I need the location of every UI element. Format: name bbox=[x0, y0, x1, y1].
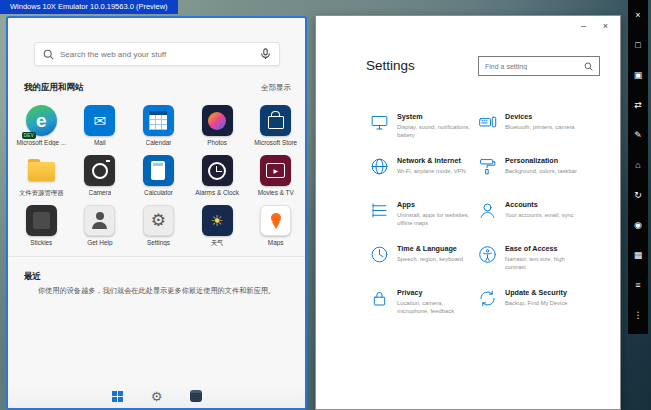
grid-icon[interactable]: ▦ bbox=[634, 240, 643, 270]
record-icon[interactable]: ◉ bbox=[634, 210, 642, 240]
rotate-icon[interactable]: ↻ bbox=[634, 180, 642, 210]
taskbar-files-icon[interactable] bbox=[189, 390, 202, 403]
category-label: Apps bbox=[397, 200, 473, 209]
apps-icon bbox=[370, 201, 389, 220]
recent-empty-text: 你使用的设备越多，我们就会在此处显示更多你最近使用的文件和新应用。 bbox=[20, 286, 293, 296]
category-desc: Backup, Find My Device bbox=[505, 299, 568, 307]
page-title: Settings bbox=[366, 58, 415, 73]
category-personalization[interactable]: Personalization Background, colors, task… bbox=[478, 156, 586, 200]
category-system[interactable]: System Display, sound, notifications, ba… bbox=[370, 112, 478, 156]
app-alarms-clock[interactable]: Alarms & Clock bbox=[188, 152, 247, 202]
snapshot-icon[interactable]: ▣ bbox=[634, 60, 643, 90]
category-accounts[interactable]: Accounts Your accounts, email, sync bbox=[478, 200, 586, 244]
desktop-wallpaper: Windows 10X Emulator 10.0.19563.0 (Previ… bbox=[0, 0, 651, 410]
apps-section-title: 我的应用和网站 bbox=[24, 82, 84, 94]
category-devices[interactable]: Devices Bluetooth, printers, camera bbox=[478, 112, 586, 156]
accounts-icon bbox=[478, 201, 497, 220]
calendar-icon bbox=[143, 105, 174, 136]
launcher-search-bar[interactable] bbox=[34, 42, 280, 66]
app-label: 天气 bbox=[211, 239, 224, 248]
personalization-icon bbox=[478, 157, 497, 176]
category-time-language[interactable]: Time & Language Speech, region, keyboard bbox=[370, 244, 478, 288]
recent-section-title: 最近 bbox=[24, 271, 41, 281]
pen-icon[interactable]: ✎ bbox=[634, 120, 642, 150]
category-label: Time & Language bbox=[397, 244, 463, 253]
category-apps[interactable]: Apps Uninstall, apps for websites, offli… bbox=[370, 200, 478, 244]
category-label: System bbox=[397, 112, 473, 121]
microphone-icon[interactable] bbox=[260, 48, 271, 60]
category-desc: Background, colors, taskbar bbox=[505, 167, 577, 175]
weather-icon bbox=[202, 205, 233, 236]
category-desc: Narrator, text size, high contrast bbox=[505, 255, 581, 272]
folder-icon bbox=[26, 155, 57, 186]
taskbar-settings-icon[interactable] bbox=[150, 390, 163, 403]
category-label: Privacy bbox=[397, 288, 473, 297]
emulator-title-bar: Windows 10X Emulator 10.0.19563.0 (Previ… bbox=[0, 0, 178, 14]
app-calculator[interactable]: Calculator bbox=[129, 152, 188, 202]
launcher-panel: 我的应用和网站 全部显示 DEV Microsoft Edge ... Mail… bbox=[6, 16, 307, 410]
app-photos[interactable]: Photos bbox=[188, 102, 247, 152]
app-get-help[interactable]: Get Help bbox=[71, 202, 130, 252]
category-desc: Your accounts, email, sync bbox=[505, 211, 574, 219]
app-camera[interactable]: Camera bbox=[71, 152, 130, 202]
search-icon bbox=[43, 49, 54, 60]
window-icon[interactable]: □ bbox=[635, 30, 640, 60]
settings-search-box[interactable] bbox=[478, 56, 600, 76]
recent-section: 最近 bbox=[8, 256, 305, 283]
movies-icon bbox=[260, 155, 291, 186]
app-file-explorer[interactable]: 文件资源管理器 bbox=[12, 152, 71, 202]
app-weather[interactable]: 天气 bbox=[188, 202, 247, 252]
app-label: Mail bbox=[94, 139, 106, 146]
devices-icon bbox=[478, 113, 497, 132]
category-label: Ease of Access bbox=[505, 244, 581, 253]
switch-icon[interactable]: ⇄ bbox=[634, 90, 642, 120]
category-label: Personalization bbox=[505, 156, 577, 165]
app-movies-tv[interactable]: Movies & TV bbox=[246, 152, 305, 202]
app-microsoft-store[interactable]: Microsoft Store bbox=[246, 102, 305, 152]
category-network-internet[interactable]: Network & Internet Wi-Fi, airplane mode,… bbox=[370, 156, 478, 200]
app-maps[interactable]: Maps bbox=[246, 202, 305, 252]
category-ease-of-access[interactable]: Ease of Access Narrator, text size, high… bbox=[478, 244, 586, 288]
app-settings[interactable]: Settings bbox=[129, 202, 188, 252]
category-label: Update & Security bbox=[505, 288, 568, 297]
show-all-link[interactable]: 全部显示 bbox=[261, 83, 291, 93]
edge-dev-badge: DEV bbox=[22, 132, 36, 139]
emulator-side-toolbar: × □ ▣ ⇄ ✎ ⌂ ↻ ◉ ▦ ≡ ⋮ bbox=[628, 0, 648, 334]
settings-gear-icon bbox=[143, 205, 174, 236]
category-update-security[interactable]: Update & Security Backup, Find My Device bbox=[478, 288, 586, 332]
category-desc: Speech, region, keyboard bbox=[397, 255, 463, 263]
category-desc: Wi-Fi, airplane mode, VPN bbox=[397, 167, 466, 175]
app-label: Camera bbox=[89, 189, 112, 196]
settings-search-input[interactable] bbox=[485, 63, 580, 70]
get-help-icon bbox=[84, 205, 115, 236]
category-label: Devices bbox=[505, 112, 575, 121]
app-label: Alarms & Clock bbox=[195, 189, 239, 196]
time-language-icon bbox=[370, 245, 389, 264]
windows-start-icon[interactable] bbox=[111, 390, 124, 403]
mail-icon bbox=[84, 105, 115, 136]
launcher-search-input[interactable] bbox=[60, 50, 254, 59]
privacy-icon bbox=[370, 289, 389, 308]
home-icon[interactable]: ⌂ bbox=[635, 150, 640, 180]
settings-window: – × Settings System Display, sound, noti… bbox=[315, 15, 621, 410]
more-icon[interactable]: ⋮ bbox=[634, 300, 643, 330]
close-button[interactable]: × bbox=[603, 21, 608, 31]
update-security-icon bbox=[478, 289, 497, 308]
close-icon[interactable]: × bbox=[635, 0, 640, 30]
category-privacy[interactable]: Privacy Location, camera, microphone, fe… bbox=[370, 288, 478, 332]
list-icon[interactable]: ≡ bbox=[635, 270, 640, 300]
app-label: Settings bbox=[147, 239, 170, 246]
minimize-button[interactable]: – bbox=[581, 21, 586, 31]
launcher-taskbar bbox=[8, 384, 305, 408]
app-label: Calendar bbox=[146, 139, 172, 146]
system-icon bbox=[370, 113, 389, 132]
category-label: Network & Internet bbox=[397, 156, 466, 165]
app-label: Microsoft Edge ... bbox=[16, 139, 66, 146]
app-stickies[interactable]: Stickies bbox=[12, 202, 71, 252]
app-microsoft-edge[interactable]: DEV Microsoft Edge ... bbox=[12, 102, 71, 152]
app-mail[interactable]: Mail bbox=[71, 102, 130, 152]
app-calendar[interactable]: Calendar bbox=[129, 102, 188, 152]
app-label: Calculator bbox=[144, 189, 173, 196]
category-desc: Uninstall, apps for websites, offline ma… bbox=[397, 211, 473, 228]
store-icon bbox=[260, 105, 291, 136]
